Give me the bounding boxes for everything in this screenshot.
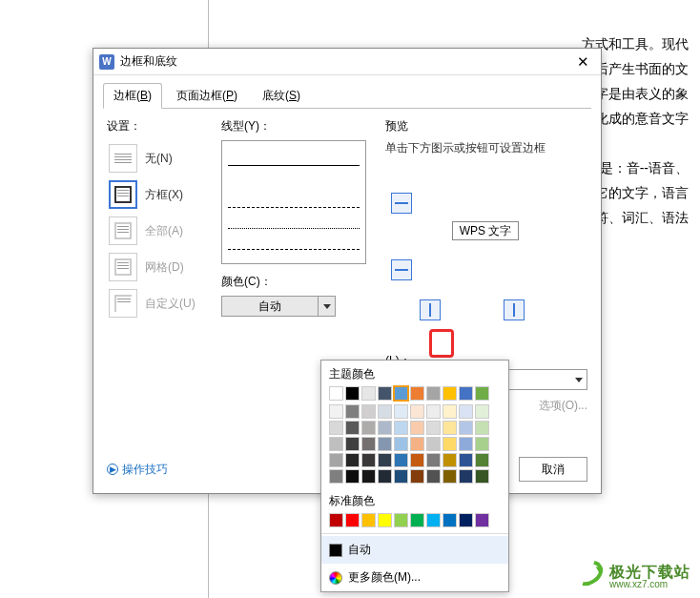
setting-none[interactable]: 无(N) — [107, 140, 210, 176]
color-swatch[interactable] — [378, 421, 392, 435]
edge-button-left[interactable] — [420, 299, 441, 320]
color-swatch[interactable] — [459, 513, 473, 527]
color-swatch[interactable] — [361, 469, 376, 484]
watermark: 极光下载站 www.xz7.com — [573, 562, 690, 592]
cancel-button[interactable]: 取消 — [519, 457, 587, 482]
line-style-dash2[interactable] — [228, 254, 360, 264]
line-style-dash[interactable] — [228, 191, 360, 208]
color-swatch[interactable] — [426, 453, 441, 467]
color-swatch[interactable] — [361, 386, 376, 401]
standard-colors-label: 标准颜色 — [329, 493, 501, 509]
color-swatch[interactable] — [329, 386, 343, 401]
tips-link[interactable]: ▶ 操作技巧 — [107, 462, 168, 478]
color-swatch[interactable] — [329, 469, 343, 484]
setting-grid[interactable]: 网格(D) — [107, 249, 210, 285]
color-swatch[interactable] — [410, 421, 424, 435]
color-swatch[interactable] — [475, 513, 489, 527]
color-swatch[interactable] — [443, 469, 457, 484]
color-swatch[interactable] — [459, 453, 473, 467]
more-colors-option[interactable]: 更多颜色(M)... — [321, 564, 508, 591]
color-swatch[interactable] — [475, 469, 489, 484]
color-swatch[interactable] — [361, 421, 376, 435]
color-combobox[interactable]: 自动 — [221, 296, 336, 317]
edge-button-bottom[interactable] — [391, 259, 412, 280]
color-swatch[interactable] — [345, 469, 360, 484]
line-style-dashdot[interactable] — [228, 233, 360, 250]
color-swatch[interactable] — [345, 386, 360, 401]
color-swatch[interactable] — [345, 437, 360, 451]
color-swatch[interactable] — [345, 421, 360, 435]
close-button[interactable]: ✕ — [570, 52, 595, 72]
color-swatch[interactable] — [475, 453, 489, 467]
color-swatch[interactable] — [443, 437, 457, 451]
color-swatch[interactable] — [394, 469, 408, 484]
color-swatch[interactable] — [394, 421, 408, 435]
color-swatch[interactable] — [378, 386, 392, 401]
color-swatch[interactable] — [410, 404, 424, 419]
line-style-solid[interactable] — [228, 149, 360, 166]
color-swatch[interactable] — [361, 437, 376, 451]
color-auto-option[interactable]: 自动 — [321, 536, 508, 564]
color-swatch[interactable] — [345, 404, 360, 419]
color-swatch[interactable] — [410, 437, 424, 451]
color-swatch[interactable] — [329, 437, 343, 451]
color-swatch[interactable] — [443, 404, 457, 419]
color-swatch[interactable] — [443, 421, 457, 435]
color-swatch[interactable] — [361, 453, 376, 467]
color-swatch[interactable] — [475, 421, 489, 435]
color-swatch[interactable] — [443, 386, 457, 401]
color-swatch[interactable] — [426, 421, 441, 435]
tab-page-borders[interactable]: 页面边框(P) — [166, 83, 248, 109]
color-swatch[interactable] — [394, 453, 408, 467]
color-swatch[interactable] — [345, 513, 360, 527]
setting-all[interactable]: 全部(A) — [107, 213, 210, 249]
color-swatch[interactable] — [394, 386, 408, 401]
color-swatch[interactable] — [426, 513, 441, 527]
auto-color-label: 自动 — [348, 542, 371, 558]
color-swatch[interactable] — [426, 386, 441, 401]
line-style-dot[interactable] — [228, 212, 360, 229]
color-swatch[interactable] — [426, 469, 441, 484]
color-swatch[interactable] — [459, 404, 473, 419]
color-swatch[interactable] — [378, 469, 392, 484]
tab-shading[interactable]: 底纹(S) — [252, 83, 311, 109]
line-style-list[interactable] — [221, 140, 366, 264]
color-swatch[interactable] — [459, 386, 473, 401]
color-swatch[interactable] — [378, 437, 392, 451]
color-swatch[interactable] — [410, 453, 424, 467]
color-swatch[interactable] — [426, 437, 441, 451]
color-swatch[interactable] — [329, 513, 343, 527]
color-swatch[interactable] — [329, 404, 343, 419]
color-swatch[interactable] — [361, 513, 376, 527]
color-swatch[interactable] — [378, 404, 392, 419]
color-swatch[interactable] — [475, 386, 489, 401]
edge-button-top[interactable] — [391, 193, 412, 214]
color-swatch[interactable] — [329, 421, 343, 435]
color-swatch[interactable] — [394, 437, 408, 451]
color-swatch[interactable] — [475, 404, 489, 419]
color-swatch[interactable] — [378, 513, 392, 527]
color-swatch[interactable] — [459, 421, 473, 435]
settings-column: 设置： 无(N) 方框(X) 全部(A) 网格(D) 自定义(U) — [107, 118, 210, 414]
color-swatch[interactable] — [410, 469, 424, 484]
setting-box[interactable]: 方框(X) — [107, 176, 210, 213]
edge-button-right[interactable] — [504, 299, 525, 320]
setting-custom[interactable]: 自定义(U) — [107, 285, 210, 321]
color-swatch[interactable] — [459, 437, 473, 451]
color-swatch[interactable] — [394, 513, 408, 527]
color-swatch[interactable] — [378, 453, 392, 467]
color-swatch[interactable] — [475, 437, 489, 451]
color-swatch[interactable] — [361, 404, 376, 419]
color-swatch[interactable] — [443, 513, 457, 527]
settings-label: 设置： — [107, 118, 210, 134]
color-swatch[interactable] — [410, 386, 424, 401]
color-swatch[interactable] — [345, 453, 360, 467]
color-swatch[interactable] — [459, 469, 473, 484]
color-swatch[interactable] — [329, 453, 343, 467]
color-swatch[interactable] — [394, 404, 408, 419]
color-swatch[interactable] — [443, 453, 457, 467]
color-swatch[interactable] — [426, 404, 441, 419]
tab-borders[interactable]: 边框(B) — [103, 83, 162, 109]
color-combobox-arrow[interactable] — [318, 296, 335, 317]
color-swatch[interactable] — [410, 513, 424, 527]
